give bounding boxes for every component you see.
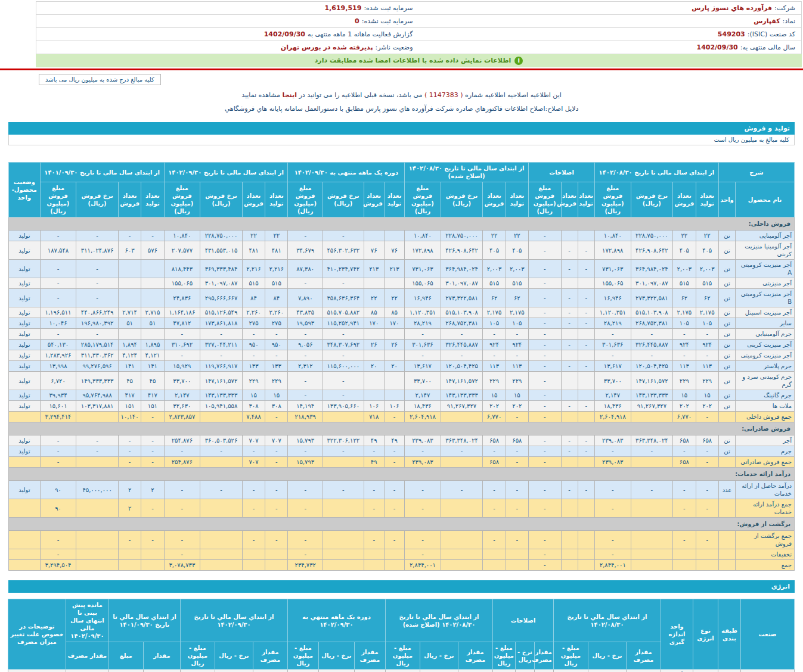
value-cell: -: [561, 260, 578, 278]
value-cell: ۱,۸۹۴: [118, 340, 141, 350]
value-cell: [200, 549, 243, 560]
column-header: نرخ - ریال: [588, 642, 627, 670]
unit-cell: تن: [718, 307, 735, 318]
value-cell: [364, 372, 384, 390]
value-cell: ۵۷۶: [141, 241, 164, 260]
value-cell: [76, 549, 119, 560]
product-name-cell: آجر: [736, 435, 795, 446]
value-cell: ۲۶۸,۷۵۲,۳۸۱: [631, 318, 673, 329]
value-cell: ۳۶۴,۹۸۴,۰۲۴: [631, 260, 673, 278]
value-cell: -: [529, 260, 562, 278]
unit-cell: [718, 560, 735, 571]
value-cell: ۱,۲۸۳,۹۲۶: [40, 350, 76, 361]
value-cell: [141, 289, 164, 307]
value-cell: -: [529, 329, 562, 340]
previous-version-link[interactable]: اینجا: [283, 91, 297, 99]
value-cell: -: [483, 350, 506, 361]
value-cell: ۲,۸۲۳,۸۵۷: [164, 412, 200, 422]
value-cell: ۱,۱۶۴,۱۸۶: [164, 307, 200, 318]
column-header: نام محصول: [736, 182, 795, 217]
value-cell: [242, 560, 265, 571]
value-cell: ۲۷۳,۳۲۲,۵۸۱: [631, 289, 673, 307]
value-cell: ۲۳۹,۰۸۳: [405, 435, 441, 446]
status-cell: تولید: [9, 350, 41, 361]
column-header: نرخ فروش (ریال): [441, 182, 483, 217]
value-cell: ۴,۱۲۱: [141, 350, 164, 361]
value-cell: -: [673, 446, 696, 457]
value-cell: ۱۷۳,۸۶۱,۸۱۸: [200, 318, 243, 329]
value-cell: ۲۹۵,۶۶۶,۶۶۷: [200, 289, 243, 307]
value-cell: ۸۴: [265, 289, 288, 307]
value-cell: ۱۵: [483, 390, 506, 401]
value-cell: -: [529, 481, 562, 499]
value-cell: -: [578, 435, 594, 446]
value-cell: ۱۵۵,۰۶۵: [405, 278, 441, 289]
value-cell: -: [384, 457, 404, 468]
value-cell: [323, 412, 364, 422]
value-cell: -: [441, 481, 483, 499]
unit-cell: تن: [718, 390, 735, 401]
product-name-cell: آجر آلومینیا منیزیت کربنی: [736, 241, 795, 260]
value-cell: ۱۶,۹۴۶: [595, 289, 631, 307]
value-cell: ۱۱۵,۶۰۰,۰۰۰: [323, 361, 364, 372]
value-cell: [441, 531, 483, 549]
value-cell: ۱۲۰,۵۰۴,۴۲۵: [441, 361, 483, 372]
status-cell: [9, 531, 41, 549]
section-label-cell: فروش صادراتی:: [9, 422, 795, 435]
value-cell: ۲۲: [242, 231, 265, 241]
status-cell: تولید: [9, 289, 41, 307]
value-cell: -: [76, 446, 119, 457]
value-cell: -: [242, 531, 265, 549]
value-cell: -: [696, 329, 718, 340]
product-name-cell: جرم: [736, 446, 795, 457]
column-header: طبقه بندی: [718, 599, 741, 670]
product-name-cell: ملات ها: [736, 401, 795, 412]
value-cell: ۲۰۷,۵۷۷: [164, 241, 200, 260]
value-cell: ۶۵۸: [673, 457, 696, 468]
table-row: آجر منیزیت کرومیتیتن---------------۴,۱۲۱…: [9, 350, 795, 361]
value-cell: -: [200, 446, 243, 457]
value-cell: -: [265, 531, 288, 549]
value-cell: -: [323, 350, 364, 361]
value-cell: ۹۲۴: [673, 340, 696, 350]
value-cell: -: [578, 401, 594, 412]
value-cell: ۱۴۱: [118, 361, 141, 372]
production-amounts-note: کلیه مبالغ به میلیون ریال است: [8, 135, 795, 145]
column-header: تعداد فروش: [364, 182, 384, 217]
unit-cell: تن: [718, 289, 735, 307]
symbol-field: نماد:کفپارس: [419, 15, 802, 27]
value-cell: ۰: [492, 670, 515, 672]
status-cell: تولید: [9, 481, 41, 499]
report-period-field: گزارش فعالیت ماهانه 1 ماهه منتهی به1402/…: [36, 28, 419, 41]
value-cell: [578, 231, 594, 241]
value-cell: ۱۸,۴۳۶: [595, 401, 631, 412]
value-cell: ۷۳۱,۰۶۳: [405, 260, 441, 278]
table-row: ملات هاتن۲۰۲۲۰۲۹۱,۲۶۷,۳۲۷۱۸,۴۳۶---۲۰۲۲۰۲…: [9, 401, 795, 412]
value-cell: -: [529, 560, 562, 571]
table-row: سایر محصولات کانی غیرفلزیسوختبرقمگاوات س…: [8, 670, 794, 672]
value-cell: -: [141, 412, 164, 422]
info-row: شرکت:فرآورده هاي نسوز پارس سرمایه ثبت شد…: [36, 2, 801, 15]
value-cell: -: [561, 241, 578, 260]
amounts-note-box: کلیه مبالغ درج شده به میلیون ریال می باش…: [39, 74, 161, 85]
value-cell: [364, 278, 384, 289]
value-cell: ۱,۱۲۰,۳۵۱: [405, 307, 441, 318]
column-header: دوره یک ماهه منتهی به ۱۴۰۲/۰۹/۳۰: [288, 163, 405, 182]
unit-cell: تن: [718, 278, 735, 289]
value-cell: -: [561, 401, 578, 412]
value-cell: -: [595, 481, 631, 499]
fiscal-year-field: سال مالی منتهی به:1402/09/30: [419, 41, 802, 54]
value-cell: -: [631, 446, 673, 457]
value-cell: ۳,۰۷۸,۷۳۳: [164, 560, 200, 571]
value-cell: ۱۳,۹۹۸: [40, 361, 76, 372]
value-cell: ۱۴۳,۱۳۳,۳۳۳: [200, 390, 243, 401]
value-cell: -: [200, 481, 243, 499]
value-cell: ۹,۰۵۶: [288, 340, 323, 350]
value-cell: -: [384, 412, 404, 422]
value-cell: ۳۶۳,۳۴۸,۰۲۴: [441, 435, 483, 446]
unit-cell: [718, 549, 735, 560]
value-cell: ۳۴,۶۷۹: [288, 241, 323, 260]
value-cell: ۱۰۵: [506, 318, 528, 329]
value-cell: [578, 499, 594, 518]
production-sales-table: شرحاز ابتدای سال مالی تا تاریخ ۱۴۰۲/۰۸/۳…: [8, 162, 795, 571]
